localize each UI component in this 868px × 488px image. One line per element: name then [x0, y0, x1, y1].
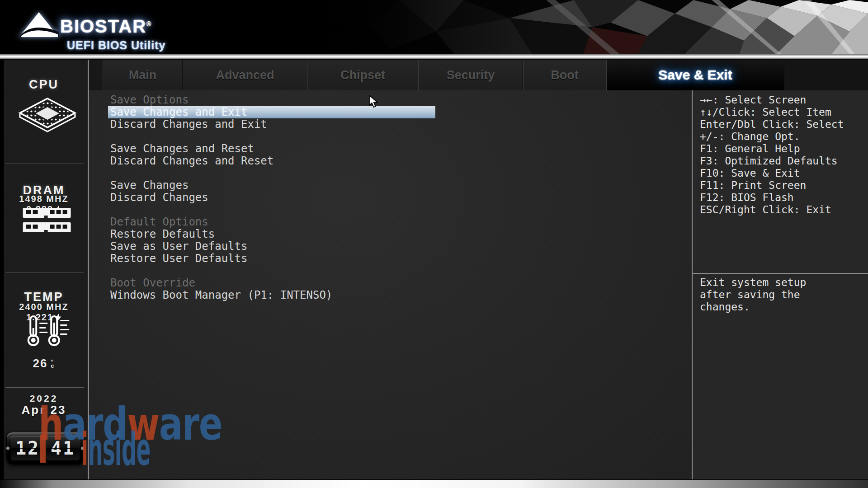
sidebar-divider	[5, 164, 84, 164]
tab-save-exit[interactable]: Save & Exit	[606, 60, 784, 90]
brand-triangle-icon	[18, 12, 60, 38]
tab-security[interactable]: Security	[418, 60, 523, 90]
tab-bar: MainAdvancedChipsetSecurityBootSave & Ex…	[89, 60, 868, 90]
help-key-line: ESC/Right Click: Exit	[700, 204, 865, 216]
menu-item[interactable]: Save Changes and Reset	[89, 143, 692, 155]
tab-chipset[interactable]: Chipset	[307, 60, 418, 90]
menu-item[interactable]: Discard Changes	[89, 192, 692, 204]
help-description-line: changes.	[700, 301, 865, 313]
bios-screen: BIOSTAR® UEFI BIOS Utility MainAdvancedC…	[0, 0, 868, 488]
brand-name: BIOSTAR®	[60, 16, 152, 37]
help-key-line: →←: Select Screen	[700, 94, 865, 106]
registered-mark: ®	[146, 20, 152, 28]
header-banner: BIOSTAR® UEFI BIOS Utility	[0, 0, 868, 54]
dram-modules-icon	[22, 207, 72, 235]
help-key-line: F11: Print Screen	[700, 179, 865, 192]
help-key-line: ↑↓/Click: Select Item	[700, 106, 865, 118]
menu-item[interactable]: Discard Changes and Reset	[89, 155, 692, 167]
help-key-line: F10: Save & Exit	[700, 167, 865, 179]
tab-boot[interactable]: Boot	[523, 60, 606, 90]
clock-hours: 12	[11, 436, 44, 460]
cpu-chip-icon	[18, 98, 77, 134]
tab-main[interactable]: Main	[103, 60, 183, 90]
temperature-unit: ° c	[51, 360, 55, 368]
help-description-line: after saving the	[700, 289, 865, 301]
help-key-line: Enter/Dbl Click: Select	[700, 118, 865, 131]
help-key-list: →←: Select Screen↑↓/Click: Select ItemEn…	[700, 94, 865, 216]
menu-item[interactable]: Save as User Defaults	[89, 240, 692, 253]
flip-clock: 12 41	[6, 432, 84, 465]
system-date: Apr 23	[0, 403, 88, 417]
help-panel: →←: Select Screen↑↓/Click: Select ItemEn…	[692, 90, 868, 479]
brand-logo: BIOSTAR® UEFI BIOS Utility	[14, 5, 249, 52]
menu-item[interactable]: Discard Changes and Exit	[89, 118, 692, 131]
tab-bar-filler	[784, 60, 868, 90]
menu-item[interactable]: Save Changes	[89, 179, 692, 192]
help-description: Exit system setupafter saving thechanges…	[700, 277, 865, 313]
tab-advanced[interactable]: Advanced	[183, 60, 307, 90]
help-key-line: F12: BIOS Flash	[700, 192, 865, 204]
menu-item[interactable]: Restore User Defaults	[89, 253, 692, 265]
utility-subtitle: UEFI BIOS Utility	[67, 39, 165, 52]
help-panel-divider	[693, 273, 868, 274]
menu-item-selected[interactable]: Save Changes and Exit	[89, 106, 692, 118]
help-key-line: +/-: Change Opt.	[700, 131, 865, 143]
sidebar-divider	[5, 387, 84, 388]
status-sidebar: CPU 1498 MHZ 0.889 DRAM	[0, 60, 89, 479]
menu-item[interactable]: Windows Boot Manager (P1: INTENSO)	[89, 289, 692, 301]
menu-gap	[89, 204, 692, 216]
menu-section-header: Default Options	[89, 216, 692, 228]
metallic-strip-top	[0, 54, 868, 60]
help-key-line: F1: General Help	[700, 143, 865, 155]
temp-section-title: TEMP	[0, 290, 88, 304]
dram-section-title: DRAM	[0, 183, 88, 197]
help-description-line: Exit system setup	[700, 277, 865, 289]
menu-pane: Save OptionsSave Changes and ExitDiscard…	[89, 90, 692, 479]
temperature-value: 26 ° c	[0, 357, 88, 371]
menu-list: Save OptionsSave Changes and ExitDiscard…	[89, 94, 692, 301]
sidebar-divider	[5, 272, 84, 272]
menu-item[interactable]: Restore Defaults	[89, 228, 692, 240]
help-key-line: F3: Optimized Defaults	[700, 155, 865, 167]
menu-section-header: Boot Override	[89, 277, 692, 289]
menu-section-header: Save Options	[89, 94, 692, 106]
menu-gap	[89, 131, 692, 143]
crystal-banner-image	[316, 0, 868, 54]
tab-bar-spacer	[89, 60, 103, 90]
metallic-strip-bottom	[0, 479, 868, 488]
system-year: 2022	[0, 393, 88, 404]
menu-gap	[89, 265, 692, 277]
clock-minutes: 41	[46, 436, 80, 460]
menu-gap	[89, 167, 692, 179]
temperature-icon	[23, 314, 70, 347]
cpu-section-title: CPU	[0, 78, 88, 92]
